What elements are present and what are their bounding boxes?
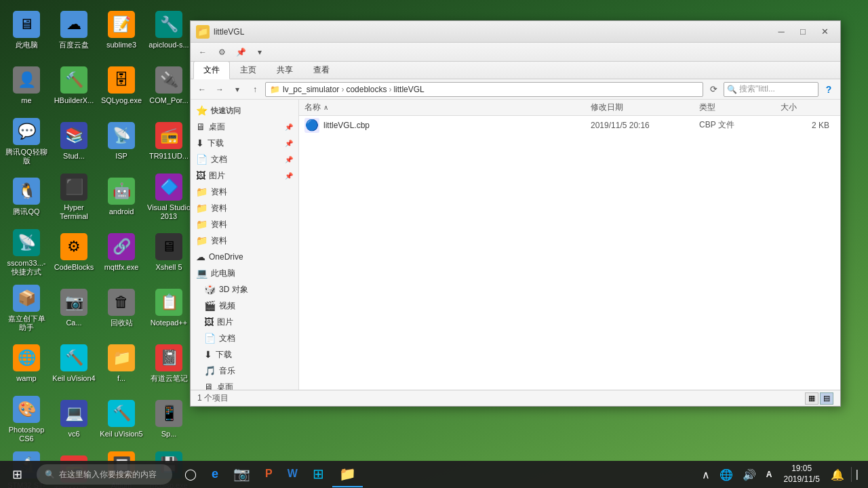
tray-notification[interactable]: 🔔 xyxy=(828,467,847,483)
search-box[interactable]: 🔍 搜索"littl... xyxy=(724,82,818,97)
taskbar-camera[interactable]: 📷 xyxy=(226,462,257,487)
col-header-date[interactable]: 修改日期 xyxy=(591,102,699,113)
toolbar-pin-button[interactable]: 📌 xyxy=(233,45,249,60)
desktop-icon-icon-computer[interactable]: 🖥此电脑 xyxy=(3,3,50,58)
tab-share[interactable]: 共享 xyxy=(267,61,303,79)
toolbar-properties-button[interactable]: ⚙ xyxy=(214,45,230,60)
desktop-icon-icon-me[interactable]: 👤me xyxy=(3,59,50,113)
sidebar-item-onedrive[interactable]: ☁ OneDrive xyxy=(191,249,298,265)
sidebar-item-data2[interactable]: 📁 资料 xyxy=(191,200,298,216)
col-header-name[interactable]: 名称 ∧ xyxy=(304,102,591,113)
taskbar-edge[interactable]: e xyxy=(205,462,225,487)
desktop-icon-icon-blocks[interactable]: ⚙CodeBlocks xyxy=(51,226,97,280)
desktop-icon-icon-sublime[interactable]: 📝sublime3 xyxy=(98,3,144,58)
maximize-button[interactable]: □ xyxy=(793,24,813,39)
desktop-icon-icon-isp[interactable]: 📡ISP xyxy=(98,115,144,169)
sidebar-item-docs2[interactable]: 📄 文档 xyxy=(191,330,298,346)
desktop-icon-icon-hbuilder[interactable]: 🔨HBuilderX... xyxy=(51,59,97,113)
col-header-size[interactable]: 大小 xyxy=(781,102,835,113)
nav-back-button[interactable]: ← xyxy=(195,82,210,97)
desktop-icon-icon-qqlight[interactable]: 💬腾讯QQ轻聊版 xyxy=(3,115,50,169)
start-button[interactable]: ⊞ xyxy=(0,461,34,488)
desktop-icon-icon-stud[interactable]: 📚Stud... xyxy=(51,115,97,169)
desktop-icon-icon-xshell[interactable]: 🖥Xshell 5 xyxy=(146,226,192,280)
refresh-button[interactable]: ⟳ xyxy=(706,82,721,97)
sidebar-item-data1[interactable]: 📁 资料 xyxy=(191,184,298,200)
sidebar-item-docs[interactable]: 📄 文档 📌 xyxy=(191,151,298,167)
desktop-icon-icon-jiali[interactable]: 📦嘉立创下单助手 xyxy=(3,281,50,336)
desktop-icon-icon-vc6[interactable]: 💻vc6 xyxy=(51,392,97,447)
sidebar-item-video[interactable]: 🎬 视频 xyxy=(191,298,298,314)
desktop-icon-icon-notepad[interactable]: 📋Notepad++ xyxy=(146,281,192,336)
minimize-button[interactable]: ─ xyxy=(771,24,791,39)
desktop-icon-label: sscom33...-快捷方式 xyxy=(5,259,48,277)
taskbar-winstore[interactable]: ⊞ xyxy=(306,462,331,487)
address-icon: 📁 xyxy=(270,85,280,94)
toolbar-back-button[interactable]: ← xyxy=(195,45,211,60)
close-button[interactable]: ✕ xyxy=(814,24,835,39)
sidebar-item-images2[interactable]: 🖼 图片 xyxy=(191,314,298,330)
sidebar-video-label: 视频 xyxy=(219,300,293,312)
tab-home[interactable]: 主页 xyxy=(230,61,267,79)
desktop-icon-icon-keil5[interactable]: 🔨Keil uVision5 xyxy=(98,392,144,447)
desktop-icon-label: Notepad++ xyxy=(151,319,187,327)
search-help-button[interactable]: ? xyxy=(821,82,836,97)
col-header-type[interactable]: 类型 xyxy=(699,102,781,113)
desktop-icon-icon-apicloud[interactable]: 🔧apicloud-s... xyxy=(146,3,192,58)
desktop-icon-label: f... xyxy=(117,374,125,383)
tab-file[interactable]: 文件 xyxy=(193,61,230,79)
desktop-icon-icon-keil4[interactable]: 🔨Keil uVision4 xyxy=(51,337,97,391)
tray-language[interactable]: A xyxy=(763,468,776,481)
tray-show-hidden[interactable]: ∧ xyxy=(699,467,713,483)
desktop-icon-icon-f[interactable]: 📁f... xyxy=(98,337,144,391)
sidebar-item-thispc[interactable]: 💻 此电脑 xyxy=(191,265,298,281)
file-explorer-window: 📁 littleVGL ─ □ ✕ ← ⚙ 📌 ▾ 文件 主页 共享 xyxy=(190,20,841,407)
view-list-button[interactable]: ▤ xyxy=(820,392,833,405)
tray-desktop-button[interactable]: | xyxy=(851,467,861,482)
nav-dropdown-button[interactable]: ▾ xyxy=(230,82,245,97)
sidebar-item-images[interactable]: 🖼 图片 📌 xyxy=(191,167,298,184)
desktop-icon-icon-trash[interactable]: 🗑回收站 xyxy=(98,281,144,336)
file-row[interactable]: 🔵 littleVGL.cbp 2019/11/5 20:16 CBP 文件 2… xyxy=(299,116,840,135)
toolbar-dropdown-button[interactable]: ▾ xyxy=(252,45,268,60)
sidebar-item-data4[interactable]: 📁 资料 xyxy=(191,232,298,249)
desktop-icon-icon-mqtt[interactable]: 🔗mqttfx.exe xyxy=(98,226,144,280)
sidebar-item-download[interactable]: ⬇ 下载 📌 xyxy=(191,135,298,151)
desktop-icon-icon-wamp[interactable]: 🌐wamp xyxy=(3,337,50,391)
desktop-icon-icon-sscom[interactable]: 📡sscom33...-快捷方式 xyxy=(3,226,50,280)
desktop-icon-icon-sp[interactable]: 📱Sp... xyxy=(146,392,192,447)
sidebar-data4-label: 资料 xyxy=(211,235,293,247)
view-details-button[interactable]: ▦ xyxy=(805,392,818,405)
tray-volume-icon[interactable]: 🔊 xyxy=(740,467,759,483)
sidebar-item-download2[interactable]: ⬇ 下载 xyxy=(191,346,298,363)
address-path[interactable]: 📁 lv_pc_simulator › codeblocks › littleV… xyxy=(265,82,703,97)
desktop-icon-icon-baidu[interactable]: ☁百度云盘 xyxy=(51,3,97,58)
taskbar-folder[interactable]: 📁 xyxy=(332,462,363,487)
sidebar-data3-label: 资料 xyxy=(211,219,293,230)
desktop-icon-icon-hyper[interactable]: ⬛Hyper Terminal xyxy=(51,170,97,224)
desktop-icon-icon-vstudio[interactable]: 🔷Visual Studio 2013 xyxy=(146,170,192,224)
nav-up-button[interactable]: ↑ xyxy=(248,82,262,97)
sidebar-item-3d[interactable]: 🎲 3D 对象 xyxy=(191,281,298,298)
desktop-icon-icon-ps[interactable]: 🎨Photoshop CS6 xyxy=(3,392,50,447)
sidebar-item-music[interactable]: 🎵 音乐 xyxy=(191,363,298,379)
tray-clock[interactable]: 19:05 2019/11/5 xyxy=(779,462,823,486)
sidebar-music-icon: 🎵 xyxy=(204,365,216,376)
desktop-icon-icon-ca[interactable]: 📷Ca... xyxy=(51,281,97,336)
desktop-icon-icon-android[interactable]: 🤖android xyxy=(98,170,144,224)
tray-network-icon[interactable]: 🌐 xyxy=(717,467,736,483)
tab-view[interactable]: 查看 xyxy=(303,61,340,79)
desktop-icon-icon-comport[interactable]: 🔌COM_Por... xyxy=(146,59,192,113)
sidebar-item-data3[interactable]: 📁 资料 xyxy=(191,216,298,232)
sidebar-item-desktop[interactable]: 🖥 桌面 📌 xyxy=(191,119,298,135)
desktop-icon-icon-tr911[interactable]: 📻TR911UD... xyxy=(146,115,192,169)
taskbar-search-box[interactable]: 🔍 在这里输入你要搜索的内容 xyxy=(37,464,172,485)
nav-forward-button[interactable]: → xyxy=(212,82,227,97)
taskbar-ppt[interactable]: P xyxy=(258,462,279,487)
desktop-icon-icon-youdao[interactable]: 📓有道云笔记 xyxy=(146,337,192,391)
taskbar-word[interactable]: W xyxy=(281,462,304,487)
sidebar-item-desktop2[interactable]: 🖥 桌面 xyxy=(191,379,298,390)
desktop-icon-icon-sqllog[interactable]: 🗄SQLyog.exe xyxy=(98,59,144,113)
desktop-icon-icon-qq[interactable]: 🐧腾讯QQ xyxy=(3,170,50,224)
taskbar-cortana[interactable]: ◯ xyxy=(178,462,203,487)
